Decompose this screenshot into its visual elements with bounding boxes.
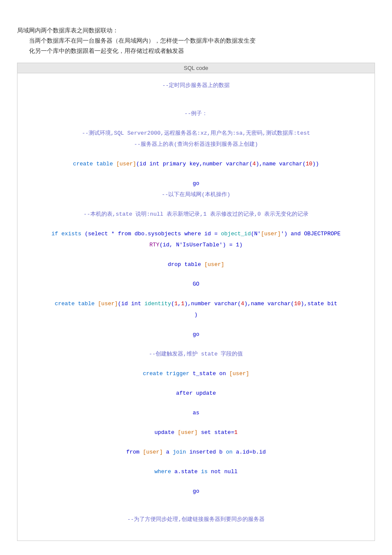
spacer-5 <box>26 170 366 178</box>
code-line-16: --创建触发器,维护 state 字段的值 <box>26 349 366 360</box>
spacer-21 <box>26 506 366 514</box>
code-line-17: create trigger t_state on [user] <box>26 368 366 379</box>
spacer-13 <box>26 360 366 368</box>
code-line-24: --为了方便同步处理,创建链接服务器到要同步的服务器 <box>26 514 366 525</box>
spacer-1 <box>26 91 366 100</box>
intro-section: 局域网内两个数据库表之间数据联动： 当两个数据库不在同一台服务器（在局域网内），… <box>17 26 375 56</box>
spacer-10 <box>26 290 366 298</box>
intro-line3: 化另一个库中的数据跟着一起变化，用存储过程或者触发器 <box>17 46 375 56</box>
spacer-19 <box>26 477 366 486</box>
intro-line1: 局域网内两个数据库表之间数据联动： <box>17 27 118 34</box>
code-line-15: go <box>26 329 366 340</box>
code-line-23: go <box>26 486 366 497</box>
spacer-18 <box>26 458 366 466</box>
spacer-4 <box>26 150 366 159</box>
spacer-22 <box>26 525 366 534</box>
code-line-8: --本机的表,state 说明:null 表示新增记录,1 表示修改过的记录,0… <box>26 209 366 220</box>
spacer-7 <box>26 220 366 228</box>
sql-code-box: SQL code --定时同步服务器上的数据 --例子： --测试环境,SQL … <box>17 63 375 541</box>
code-line-1: --定时同步服务器上的数据 <box>26 80 366 91</box>
code-line-18: after update <box>26 388 366 399</box>
spacer-8 <box>26 251 366 259</box>
spacer-9 <box>26 270 366 279</box>
intro-line2: 当两个数据库不在同一台服务器（在局域网内），怎样使一个数据库中表的数据发生变 <box>17 36 375 46</box>
code-line-9: if exists (select * from dbo.sysobjects … <box>26 228 366 240</box>
spacer-15 <box>26 399 366 408</box>
code-line-21: from [user] a join inserted b on a.id=b.… <box>26 447 366 458</box>
code-line-6: go <box>26 178 366 189</box>
spacer-3 <box>26 119 366 128</box>
code-line-4: --服务器上的表(查询分析器连接到服务器上创建) <box>26 139 366 150</box>
spacer-16 <box>26 419 366 427</box>
code-line-10: RTY(id, N'IsUserTable') = 1) <box>26 240 366 251</box>
code-line-22: where a.state is not null <box>26 466 366 477</box>
spacer-12 <box>26 340 366 349</box>
spacer-20 <box>26 497 366 506</box>
code-body: --定时同步服务器上的数据 --例子： --测试环境,SQL Server200… <box>17 73 375 541</box>
spacer-11 <box>26 321 366 329</box>
spacer-6 <box>26 200 366 209</box>
code-line-13: create table [user](id int identity(1,1)… <box>26 298 366 309</box>
code-line-19: as <box>26 408 366 419</box>
code-line-11: drop table [user] <box>26 259 366 270</box>
code-line-20: update [user] set state=1 <box>26 427 366 438</box>
spacer-2 <box>26 100 366 108</box>
code-line-14: ) <box>26 309 366 321</box>
code-line-12: GO <box>26 279 366 290</box>
code-line-7: --以下在局域网(本机操作) <box>26 189 366 200</box>
code-line-5: create table [user](id int primary key,n… <box>26 159 366 170</box>
spacer-14 <box>26 379 366 388</box>
spacer-17 <box>26 438 366 447</box>
code-box-header: SQL code <box>17 63 375 73</box>
code-line-3: --测试环境,SQL Server2000,远程服务器名:xz,用户名为:sa,… <box>26 128 366 139</box>
code-line-2: --例子： <box>26 108 366 119</box>
